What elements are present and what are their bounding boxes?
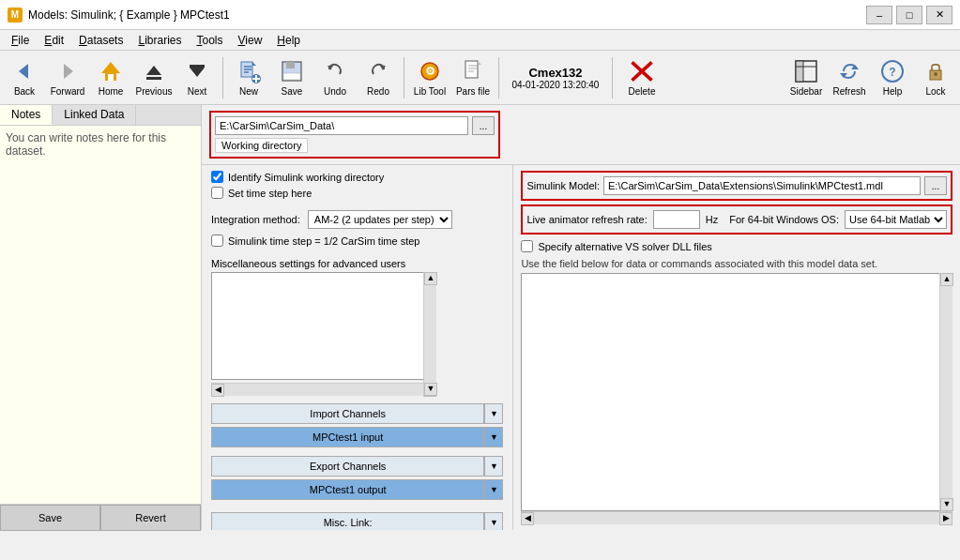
parsfile-button[interactable]: Pars file: [452, 53, 494, 102]
solver-checkbox[interactable]: [521, 240, 533, 252]
os-select[interactable]: Use 64-bit Matlab: [845, 210, 947, 229]
path-browse-button[interactable]: ...: [472, 116, 495, 135]
tab-notes[interactable]: Notes: [0, 105, 53, 125]
data-scroll-left[interactable]: ◀: [521, 512, 534, 525]
undo-label: Undo: [324, 86, 346, 97]
sidebar-icon: [793, 58, 819, 84]
help-button[interactable]: ? Help: [872, 53, 913, 102]
simulink-model-row: Simulink Model: ...: [521, 171, 952, 201]
svg-rect-23: [465, 61, 478, 78]
revert-notes-button[interactable]: Revert: [100, 505, 201, 531]
settime-label: Set time step here: [228, 188, 312, 199]
svg-marker-20: [380, 66, 386, 70]
next-label: Next: [188, 86, 207, 97]
misc-vscroll: ▲ ▼: [423, 272, 436, 396]
data-area[interactable]: [521, 273, 952, 511]
home-icon: [98, 58, 124, 84]
minimize-button[interactable]: –: [866, 6, 892, 24]
identify-checkbox[interactable]: [211, 171, 223, 183]
new-icon: [236, 58, 262, 84]
parsfile-label: Pars file: [456, 86, 490, 97]
simtime-checkbox-row: Simulink time step = 1/2 CarSim time ste…: [211, 235, 503, 247]
tab-linked-data[interactable]: Linked Data: [53, 105, 136, 125]
channel-section: Import Channels ▼ MPCtest1 input ▼ Expor…: [211, 403, 503, 530]
menu-datasets[interactable]: Datasets: [71, 32, 130, 49]
lock-button[interactable]: Lock: [915, 53, 956, 102]
next-button[interactable]: Next: [176, 53, 218, 102]
misc-link-dropdown[interactable]: ▼: [484, 512, 503, 530]
mpc-input-row: MPCtest1 input ▼: [211, 427, 503, 447]
redo-label: Redo: [367, 86, 389, 97]
simtime-checkbox[interactable]: [211, 235, 223, 247]
back-icon: [11, 58, 38, 84]
app-icon: M: [8, 8, 23, 23]
simulink-browse-button[interactable]: ...: [924, 176, 947, 195]
integration-select[interactable]: AM-2 (2 updates per step): [308, 210, 452, 229]
identify-label: Identify Simulink working directory: [228, 172, 384, 183]
path-highlight-box: ... Working directory: [209, 111, 500, 159]
integration-row: Integration method: AM-2 (2 updates per …: [211, 210, 503, 229]
data-scroll-up[interactable]: ▲: [940, 273, 953, 286]
misc-textarea[interactable]: [211, 272, 436, 380]
previous-button[interactable]: Previous: [133, 53, 175, 102]
export-channels-dropdown[interactable]: ▼: [484, 456, 503, 477]
data-scroll-right[interactable]: ▶: [939, 512, 952, 525]
refresh-button[interactable]: Refresh: [829, 53, 870, 102]
mpc-input-button[interactable]: MPCtest1 input: [211, 427, 484, 447]
mpc-output-button[interactable]: MPCtest1 output: [211, 479, 484, 500]
misc-link-row: Misc. Link: ▼: [211, 512, 503, 530]
menu-file[interactable]: File: [4, 32, 37, 49]
help-label: Help: [883, 86, 903, 97]
svg-point-38: [934, 72, 937, 76]
dataset-info-block: Cmex132 04-01-2020 13:20:40: [504, 66, 607, 90]
libtool-button[interactable]: ⚙ Lib Tool: [409, 53, 450, 102]
misc-scroll-down[interactable]: ▼: [424, 383, 437, 396]
import-channels-row: Import Channels ▼: [211, 403, 503, 424]
simulink-model-input[interactable]: [603, 176, 921, 195]
data-scroll-down[interactable]: ▼: [940, 498, 953, 511]
new-button[interactable]: New: [228, 53, 269, 102]
main-layout: Notes Linked Data You can write notes he…: [0, 105, 960, 530]
svg-rect-7: [190, 65, 205, 68]
title-bar-text: Models: Simulink; { Example } MPCtest1: [28, 8, 230, 22]
svg-text:?: ?: [889, 66, 895, 79]
misc-scroll-up[interactable]: ▲: [424, 272, 437, 285]
misc-link-button[interactable]: Misc. Link:: [211, 512, 484, 530]
delete-icon: [629, 58, 655, 84]
mpc-input-dropdown[interactable]: ▼: [484, 427, 503, 447]
toolbar-separator-4: [612, 57, 613, 98]
misc-scroll-left[interactable]: ◀: [211, 384, 224, 397]
sidebar-label: Sidebar: [790, 86, 822, 97]
sidebar-button[interactable]: Sidebar: [785, 53, 827, 102]
menu-tools[interactable]: Tools: [189, 32, 230, 49]
path-input[interactable]: [215, 116, 468, 135]
export-channels-button[interactable]: Export Channels: [211, 456, 484, 477]
close-button[interactable]: ✕: [926, 6, 952, 24]
anim-refresh-input[interactable]: [653, 210, 700, 229]
maximize-button[interactable]: □: [896, 6, 922, 24]
toolbar: Back Forward Home Previous: [0, 51, 960, 105]
save-notes-button[interactable]: Save: [0, 505, 100, 531]
redo-icon: [365, 58, 391, 84]
save-icon: [279, 58, 305, 84]
mpc-output-dropdown[interactable]: ▼: [484, 479, 503, 500]
import-channels-dropdown[interactable]: ▼: [484, 403, 503, 424]
undo-button[interactable]: Undo: [314, 53, 356, 102]
libtool-label: Lib Tool: [414, 86, 446, 97]
menu-edit[interactable]: Edit: [37, 32, 71, 49]
redo-button[interactable]: Redo: [358, 53, 399, 102]
back-button[interactable]: Back: [4, 53, 45, 102]
svg-marker-9: [252, 62, 256, 66]
save-button[interactable]: Save: [271, 53, 312, 102]
home-button[interactable]: Home: [90, 53, 131, 102]
working-dir-row: Working directory: [215, 138, 495, 153]
delete-button[interactable]: Delete: [617, 53, 666, 102]
spacer4: [211, 503, 503, 508]
svg-marker-6: [190, 68, 205, 77]
settime-checkbox[interactable]: [211, 187, 223, 199]
menu-help[interactable]: Help: [269, 32, 308, 49]
import-channels-button[interactable]: Import Channels: [211, 403, 484, 424]
forward-button[interactable]: Forward: [47, 53, 88, 102]
menu-libraries[interactable]: Libraries: [130, 32, 189, 49]
menu-view[interactable]: View: [231, 32, 270, 49]
